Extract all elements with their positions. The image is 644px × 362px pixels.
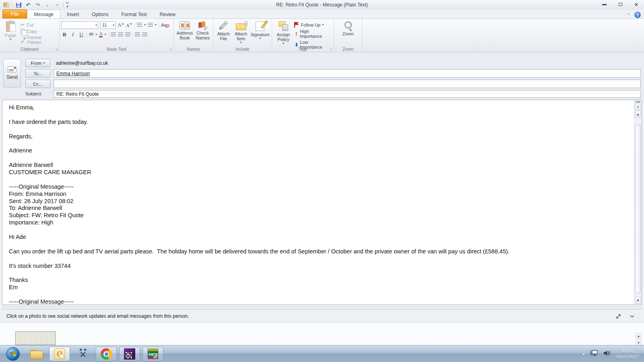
expand-people-pane-icon[interactable]	[615, 313, 621, 319]
signature-button[interactable]: Signature ▾	[250, 20, 270, 46]
body-line: Regards,	[9, 133, 630, 140]
bold-icon[interactable]: B	[61, 31, 68, 38]
scroll-down-icon[interactable]: ▼	[636, 340, 642, 346]
chevron-down-icon[interactable]	[629, 313, 635, 319]
message-body-text[interactable]: Hi Emma,I have ordered the parts today.R…	[9, 104, 630, 306]
clear-formatting-icon[interactable]: Aa	[161, 23, 169, 27]
subject-field[interactable]: RE: Retro Fit Quote	[54, 90, 641, 98]
paste-icon	[6, 21, 15, 32]
minimize-button[interactable]	[599, 1, 609, 8]
tab-insert[interactable]: Insert	[60, 10, 85, 19]
increase-indent-icon[interactable]	[142, 33, 147, 37]
split-handle[interactable]	[634, 100, 642, 103]
body-line: To: Adrienne Barwell	[9, 205, 630, 212]
copy-icon	[21, 29, 25, 34]
start-button[interactable]	[2, 347, 23, 361]
basic-text-dialog-launcher-icon[interactable]: ↘	[169, 47, 173, 51]
jira-icon: ✕	[78, 349, 88, 359]
font-color-icon[interactable]: A	[99, 32, 103, 37]
scroll-down-icon[interactable]: ▼	[635, 297, 641, 304]
tags-dialog-launcher-icon[interactable]: ↘	[329, 47, 333, 51]
recipient-link[interactable]: Emma Harrison	[56, 71, 90, 76]
align-left-icon[interactable]	[111, 33, 116, 37]
bullets-icon[interactable]	[137, 23, 142, 27]
align-right-icon[interactable]	[125, 33, 130, 37]
people-pane-hint: Click on a photo to see social network u…	[6, 313, 189, 319]
grow-font-icon[interactable]: A▲	[118, 22, 124, 28]
ruler-toggle-icon[interactable]: ⇕	[635, 104, 641, 110]
show-desktop-button[interactable]	[639, 346, 642, 362]
body-scrollbar[interactable]: ⇕ ▲ ▼	[634, 100, 642, 304]
body-line: Em	[9, 284, 630, 291]
taskbar-item-sage[interactable]: sage	[142, 347, 163, 361]
network-icon[interactable]	[590, 350, 598, 358]
taskbar-clock[interactable]: 11:06 26/07/2017	[616, 348, 642, 360]
zoom-button[interactable]: Zoom	[339, 20, 357, 46]
scroll-thumb[interactable]	[635, 125, 641, 293]
chevron-down-icon: ▾	[240, 41, 242, 44]
cc-field[interactable]	[54, 80, 641, 88]
high-importance-button[interactable]: ! High Importance	[293, 29, 332, 39]
close-button[interactable]: ✕	[631, 1, 642, 8]
clipboard-dialog-launcher-icon[interactable]: ↘	[54, 47, 58, 51]
format-painter-icon	[21, 37, 26, 43]
tab-format-text[interactable]: Format Text	[115, 10, 153, 19]
assign-policy-icon	[279, 21, 288, 31]
people-pane-scrollbar[interactable]: ▲ ▼	[636, 333, 642, 346]
attach-file-button[interactable]: 🖉 Attach File	[215, 20, 232, 46]
people-pane-splitter[interactable]	[2, 306, 642, 309]
show-hidden-icons-icon[interactable]: ▲	[582, 352, 586, 356]
body-line	[9, 226, 630, 234]
system-tray: ▲ 11:06 26/07/2017	[582, 346, 642, 362]
to-button[interactable]: To...	[25, 69, 50, 78]
chevron-down-icon: ▾	[10, 38, 11, 41]
scroll-up-icon[interactable]: ▲	[635, 111, 641, 117]
from-button[interactable]: From▾	[25, 59, 50, 67]
address-book-button[interactable]: Address Book	[175, 20, 194, 46]
text-highlight-icon[interactable]: ab	[89, 32, 93, 37]
check-names-button[interactable]: Check Names	[194, 20, 211, 46]
restore-button[interactable]	[615, 1, 625, 8]
taskbar-item-outlook[interactable]: O	[49, 347, 70, 361]
grid-app-icon	[124, 348, 135, 360]
shrink-font-icon[interactable]: A▼	[126, 23, 132, 28]
body-line	[9, 126, 630, 133]
to-field[interactable]: Emma Harrison	[54, 69, 641, 78]
paste-button[interactable]: Paste ▾	[2, 20, 19, 45]
help-icon[interactable]: ?	[634, 12, 641, 18]
minimize-ribbon-icon[interactable]: ⌃	[627, 13, 630, 17]
decrease-indent-icon[interactable]	[135, 33, 140, 37]
align-center-icon[interactable]	[118, 33, 123, 37]
taskbar-item-jira[interactable]: ✕	[72, 347, 93, 361]
tab-options[interactable]: Options	[85, 10, 115, 19]
body-line	[9, 111, 630, 119]
italic-icon[interactable]: I	[70, 31, 76, 38]
tab-file[interactable]: File	[2, 9, 27, 19]
body-line	[9, 269, 630, 277]
taskbar-item-explorer[interactable]	[26, 347, 47, 361]
font-name-combo[interactable]: ▾	[61, 21, 98, 29]
underline-icon[interactable]: U	[78, 31, 85, 38]
follow-up-button[interactable]: Follow Up ▾	[293, 22, 332, 28]
tab-review[interactable]: Review	[153, 10, 182, 19]
contact-photo[interactable]	[15, 331, 56, 345]
body-line: Hi Emma,	[9, 104, 630, 111]
taskbar-item-grid-app[interactable]	[119, 347, 140, 361]
body-line: I have ordered the parts today.	[9, 119, 630, 126]
chrome-icon	[101, 348, 112, 360]
taskbar-item-chrome[interactable]	[96, 347, 117, 361]
sage-icon: sage	[147, 348, 159, 360]
message-body[interactable]: Hi Emma,I have ordered the parts today.R…	[2, 100, 642, 305]
scroll-up-icon[interactable]: ▲	[636, 333, 642, 339]
volume-icon[interactable]	[603, 350, 611, 358]
chevron-down-icon: ▾	[259, 37, 261, 40]
title-bar: ↶ ↷ ▲ ▼ ▔▾ RE: Retro Fit Quote - Message…	[0, 0, 644, 10]
cc-button[interactable]: Cc...	[25, 80, 50, 88]
attach-item-button[interactable]: Attach Item ▾	[232, 20, 250, 46]
numbering-icon[interactable]	[148, 23, 153, 27]
tab-message[interactable]: Message	[27, 10, 60, 19]
assign-policy-button[interactable]: Assign Policy ▾	[274, 20, 293, 46]
ribbon-group-clipboard: Paste ▾ ✂ Cut Copy Format Painter	[0, 19, 60, 52]
font-size-combo[interactable]: 11▾	[100, 21, 116, 29]
body-line: Sent: 26 July 2017 08:02	[9, 198, 630, 205]
